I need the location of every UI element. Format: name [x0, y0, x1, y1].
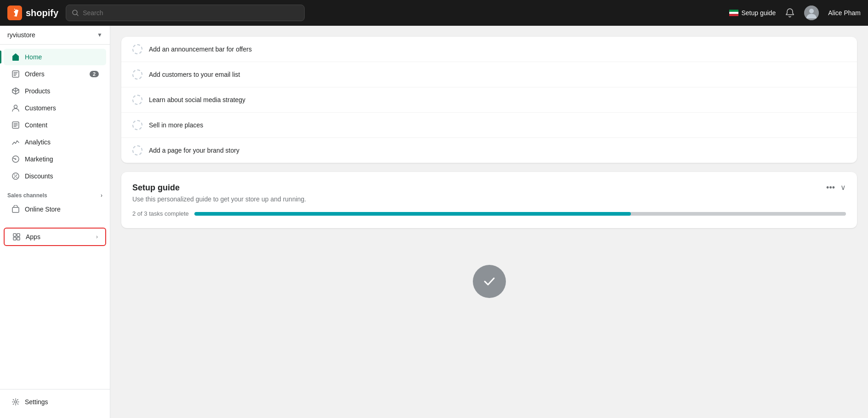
- flag-icon: [729, 10, 738, 16]
- top-navigation: shopify Setup guide: [0, 0, 868, 26]
- store-name: ryviustore: [7, 31, 35, 39]
- products-label: Products: [25, 87, 50, 95]
- svg-rect-16: [17, 234, 20, 236]
- layout: ryviustore ▼ Home: [0, 26, 868, 418]
- svg-rect-17: [13, 237, 16, 240]
- orders-label: Orders: [25, 70, 45, 78]
- setup-guide-description: Use this personalized guide to get your …: [132, 195, 846, 203]
- completion-indicator: [121, 237, 857, 307]
- search-bar[interactable]: [66, 5, 305, 21]
- checklist-item-social-media[interactable]: Learn about social media strategy: [121, 87, 857, 113]
- circle-check-icon: [132, 44, 142, 54]
- sidebar-bottom: Settings: [0, 389, 110, 418]
- sidebar-item-orders[interactable]: Orders 2: [4, 66, 106, 82]
- sidebar-item-marketing[interactable]: Marketing: [4, 151, 106, 167]
- svg-point-9: [14, 105, 17, 109]
- checklist-list: Add an announcement bar for offers Add c…: [121, 37, 857, 163]
- search-input[interactable]: [83, 9, 299, 17]
- sidebar-item-home[interactable]: Home: [4, 49, 106, 65]
- more-options-button[interactable]: •••: [826, 183, 835, 192]
- sidebar-item-discounts[interactable]: Discounts: [4, 168, 106, 184]
- checklist-item-brand-story[interactable]: Add a page for your brand story: [121, 138, 857, 163]
- progress-row: 2 of 3 tasks complete: [132, 210, 846, 217]
- checklist-item-email-list[interactable]: Add customers to your email list: [121, 62, 857, 87]
- online-store-icon: [11, 205, 20, 214]
- svg-rect-15: [13, 234, 16, 236]
- svg-rect-4: [729, 14, 738, 16]
- checklist-card: Add an announcement bar for offers Add c…: [121, 37, 857, 163]
- sidebar-item-settings[interactable]: Settings: [4, 394, 106, 410]
- home-icon: [11, 52, 20, 62]
- svg-point-19: [15, 401, 17, 403]
- search-icon: [72, 9, 79, 17]
- sales-channels-header: Sales channels ›: [0, 189, 110, 200]
- orders-badge: 2: [90, 71, 99, 77]
- checkmark-icon: [481, 273, 498, 290]
- apps-icon: [12, 232, 21, 241]
- setup-guide-label: Setup guide: [741, 9, 776, 17]
- content-icon: [11, 120, 20, 130]
- apps-section-header: [0, 222, 110, 227]
- sidebar-item-apps[interactable]: Apps ›: [4, 228, 106, 246]
- settings-label: Settings: [25, 398, 48, 406]
- logo-text: shopify: [26, 8, 58, 18]
- setup-guide-header: Setup guide ••• ∨: [132, 183, 846, 193]
- apps-chevron-icon: ›: [96, 234, 98, 240]
- marketing-label: Marketing: [25, 155, 53, 163]
- sidebar-item-analytics[interactable]: Analytics: [4, 134, 106, 150]
- setup-guide-title: Setup guide: [132, 183, 180, 193]
- progress-bar-background: [194, 212, 846, 216]
- svg-rect-7: [14, 57, 17, 60]
- sidebar-item-products[interactable]: Products: [4, 83, 106, 99]
- nav-section-main: Home Orders 2: [0, 45, 110, 189]
- customers-label: Customers: [25, 104, 56, 112]
- svg-point-12: [15, 159, 17, 160]
- chevron-down-icon: ▼: [97, 32, 102, 38]
- svg-rect-2: [729, 10, 738, 12]
- sidebar-item-online-store[interactable]: Online Store: [4, 201, 106, 218]
- sidebar-item-customers[interactable]: Customers: [4, 100, 106, 116]
- home-label: Home: [25, 53, 42, 61]
- circle-check-icon: [132, 145, 142, 155]
- customers-icon: [11, 103, 20, 113]
- analytics-icon: [11, 137, 20, 147]
- nav-right: Setup guide Alice Pham: [729, 6, 861, 20]
- setup-guide-button[interactable]: Setup guide: [729, 9, 776, 17]
- orders-icon: [11, 69, 20, 79]
- bell-button[interactable]: [785, 8, 795, 18]
- avatar[interactable]: [804, 6, 819, 20]
- discounts-label: Discounts: [25, 172, 53, 180]
- progress-label: 2 of 3 tasks complete: [132, 210, 189, 217]
- sales-channels-expand[interactable]: ›: [101, 192, 102, 199]
- setup-guide-actions: ••• ∨: [826, 183, 846, 192]
- store-selector[interactable]: ryviustore ▼: [0, 26, 110, 45]
- online-store-label: Online Store: [25, 206, 61, 213]
- settings-icon: [11, 397, 20, 407]
- sidebar: ryviustore ▼ Home: [0, 26, 110, 418]
- svg-point-6: [809, 9, 814, 13]
- marketing-icon: [11, 155, 20, 164]
- setup-guide-card: Setup guide ••• ∨ Use this personalized …: [121, 172, 857, 228]
- logo[interactable]: shopify: [7, 6, 58, 20]
- products-icon: [11, 86, 20, 96]
- checklist-item-announcement[interactable]: Add an announcement bar for offers: [121, 37, 857, 62]
- collapse-button[interactable]: ∨: [840, 183, 846, 192]
- progress-bar-fill: [194, 212, 631, 216]
- circle-check-icon: [132, 69, 142, 80]
- shopify-logo-icon: [7, 6, 22, 20]
- discounts-icon: [11, 172, 20, 181]
- main-content: Add an announcement bar for offers Add c…: [110, 26, 868, 418]
- checklist-item-sell-more[interactable]: Sell in more places: [121, 113, 857, 138]
- check-circle: [473, 265, 506, 298]
- svg-rect-18: [17, 237, 20, 240]
- apps-label: Apps: [26, 233, 40, 240]
- user-name: Alice Pham: [828, 9, 861, 17]
- svg-rect-3: [729, 12, 738, 14]
- sidebar-item-content[interactable]: Content: [4, 117, 106, 133]
- circle-check-icon: [132, 120, 142, 130]
- circle-check-icon: [132, 95, 142, 105]
- svg-rect-14: [12, 207, 19, 212]
- analytics-label: Analytics: [25, 138, 51, 146]
- content-label: Content: [25, 121, 47, 129]
